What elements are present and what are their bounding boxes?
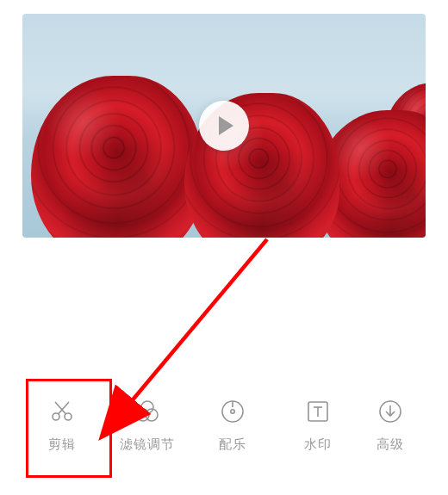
editor-toolbar: 剪辑 滤镜调节 配乐 <box>0 374 448 495</box>
text-box-icon <box>305 399 331 424</box>
download-circle-icon <box>377 399 403 424</box>
scissors-icon <box>49 399 75 424</box>
overlap-circles-icon <box>134 399 160 424</box>
tool-advanced[interactable]: 高级 <box>360 399 420 453</box>
tool-label: 剪辑 <box>48 436 76 453</box>
svg-point-8 <box>230 410 233 413</box>
tool-label: 滤镜调节 <box>120 436 175 453</box>
tool-music[interactable]: 配乐 <box>190 399 275 453</box>
tool-filter[interactable]: 滤镜调节 <box>104 399 190 453</box>
tool-label: 高级 <box>376 436 404 453</box>
play-button[interactable] <box>199 101 249 151</box>
tool-watermark[interactable]: 水印 <box>275 399 360 453</box>
tool-label: 配乐 <box>219 436 246 453</box>
disc-icon <box>220 399 246 424</box>
tool-edit[interactable]: 剪辑 <box>19 399 104 453</box>
tool-label: 水印 <box>304 436 332 453</box>
app-canvas: 剪辑 滤镜调节 配乐 <box>0 0 448 495</box>
play-icon <box>219 116 233 135</box>
video-content <box>31 76 203 238</box>
video-preview[interactable] <box>22 14 426 238</box>
